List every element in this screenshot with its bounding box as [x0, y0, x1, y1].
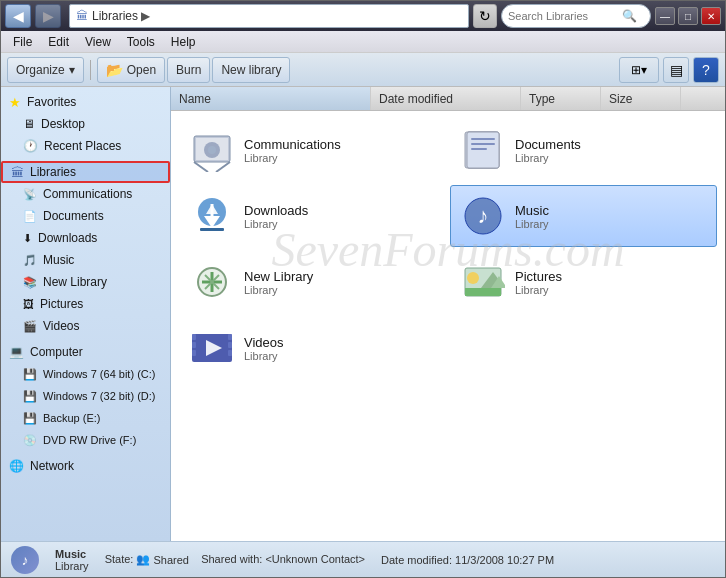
search-icon: 🔍: [622, 9, 637, 23]
col-date-modified[interactable]: Date modified: [371, 87, 521, 110]
downloads-icon: ⬇: [23, 232, 32, 245]
col-type[interactable]: Type: [521, 87, 601, 110]
menu-tools[interactable]: Tools: [119, 33, 163, 51]
dvd-label: DVD RW Drive (F:): [43, 434, 136, 446]
documents-file-icon: [459, 126, 507, 174]
details-pane-button[interactable]: ▤: [663, 57, 689, 83]
col-name[interactable]: Name: [171, 87, 371, 110]
svg-rect-14: [471, 143, 495, 145]
sidebar-item-music[interactable]: 🎵 Music: [1, 249, 170, 271]
sidebar-item-pictures[interactable]: 🖼 Pictures: [1, 293, 170, 315]
main-area: ★ Favorites 🖥 Desktop 🕐 Recent Places 🏛 …: [1, 87, 725, 541]
svg-text:♪: ♪: [478, 203, 489, 228]
back-button[interactable]: ◀: [5, 4, 31, 28]
music-file-name: Music: [515, 203, 549, 218]
sidebar-section-computer: 💻 Computer 💾 Windows 7 (64 bit) (C:) 💾 W…: [1, 341, 170, 451]
status-item-name: Music: [55, 548, 86, 560]
menu-file[interactable]: File: [5, 33, 40, 51]
view-options-button[interactable]: ⊞▾: [619, 57, 659, 83]
list-item[interactable]: Downloads Library: [179, 185, 446, 247]
toolbar-separator-1: [90, 60, 91, 80]
col-size[interactable]: Size: [601, 87, 681, 110]
favorites-label: Favorites: [27, 95, 76, 109]
libraries-icon: 🏛: [11, 165, 24, 180]
list-item[interactable]: ♪ Music Library: [450, 185, 717, 247]
videos-file-type: Library: [244, 350, 284, 362]
sidebar-item-network[interactable]: 🌐 Network: [1, 455, 170, 477]
status-music-icon: ♪: [22, 552, 29, 568]
videos-label: Videos: [43, 319, 79, 333]
menu-view[interactable]: View: [77, 33, 119, 51]
sidebar-item-new-library[interactable]: 📚 New Library: [1, 271, 170, 293]
sidebar-item-videos[interactable]: 🎬 Videos: [1, 315, 170, 337]
pictures-file-icon: [459, 258, 507, 306]
forward-button[interactable]: ▶: [35, 4, 61, 28]
close-button[interactable]: ✕: [701, 7, 721, 25]
status-bar: ♪ Music Library State: 👥 Shared Shared w…: [1, 541, 725, 577]
sidebar-item-communications[interactable]: 📡 Communications: [1, 183, 170, 205]
address-path[interactable]: 🏛 Libraries ▶: [69, 4, 469, 28]
svg-rect-41: [228, 350, 232, 356]
open-button[interactable]: 📂 Open: [97, 57, 165, 83]
recent-places-label: Recent Places: [44, 139, 121, 153]
list-item[interactable]: Pictures Library: [450, 251, 717, 313]
sidebar-item-favorites[interactable]: ★ Favorites: [1, 91, 170, 113]
sidebar-item-dvd[interactable]: 💿 DVD RW Drive (F:): [1, 429, 170, 451]
sidebar-item-desktop[interactable]: 🖥 Desktop: [1, 113, 170, 135]
sidebar-item-win7-32[interactable]: 💾 Windows 7 (32 bit) (D:): [1, 385, 170, 407]
music-icon: 🎵: [23, 254, 37, 267]
burn-label: Burn: [176, 63, 201, 77]
svg-point-3: [208, 146, 216, 154]
burn-button[interactable]: Burn: [167, 57, 210, 83]
computer-label: Computer: [30, 345, 83, 359]
svg-rect-20: [200, 228, 224, 231]
address-arrow: ▶: [141, 9, 150, 23]
help-button[interactable]: ?: [693, 57, 719, 83]
organize-button[interactable]: Organize ▾: [7, 57, 84, 83]
svg-line-5: [216, 162, 230, 172]
list-item[interactable]: New Library Library: [179, 251, 446, 313]
svg-rect-38: [192, 350, 196, 356]
sidebar-section-network: 🌐 Network: [1, 455, 170, 477]
documents-label: Documents: [43, 209, 104, 223]
sidebar-item-documents[interactable]: 📄 Documents: [1, 205, 170, 227]
svg-rect-40: [228, 342, 232, 348]
menu-help[interactable]: Help: [163, 33, 204, 51]
refresh-button[interactable]: ↻: [473, 4, 497, 28]
svg-rect-30: [465, 288, 501, 296]
new-library-button[interactable]: New library: [212, 57, 290, 83]
communications-file-icon: [188, 126, 236, 174]
list-item[interactable]: Videos Library: [179, 317, 446, 379]
minimize-button[interactable]: —: [655, 7, 675, 25]
sidebar-item-win7-64[interactable]: 💾 Windows 7 (64 bit) (C:): [1, 363, 170, 385]
svg-rect-39: [228, 334, 232, 340]
menu-bar: File Edit View Tools Help: [1, 31, 725, 53]
maximize-button[interactable]: □: [678, 7, 698, 25]
dvd-icon: 💿: [23, 434, 37, 447]
address-libraries-label: Libraries: [92, 9, 138, 23]
open-label: Open: [127, 63, 156, 77]
pictures-label: Pictures: [40, 297, 83, 311]
view-grid-icon: ⊞▾: [631, 63, 647, 77]
downloads-file-info: Downloads Library: [244, 203, 308, 230]
sidebar-item-backup[interactable]: 💾 Backup (E:): [1, 407, 170, 429]
sidebar-item-downloads[interactable]: ⬇ Downloads: [1, 227, 170, 249]
menu-edit[interactable]: Edit: [40, 33, 77, 51]
sidebar-item-computer[interactable]: 💻 Computer: [1, 341, 170, 363]
documents-file-info: Documents Library: [515, 137, 581, 164]
list-item[interactable]: Documents Library: [450, 119, 717, 181]
file-grid: SevenForums.com Comm: [171, 111, 725, 387]
videos-icon: 🎬: [23, 320, 37, 333]
win7-32-label: Windows 7 (32 bit) (D:): [43, 390, 155, 402]
communications-file-info: Communications Library: [244, 137, 341, 164]
win7-64-label: Windows 7 (64 bit) (C:): [43, 368, 155, 380]
search-input[interactable]: [508, 10, 618, 22]
sidebar-item-libraries[interactable]: 🏛 Libraries: [1, 161, 170, 183]
status-icon: ♪: [11, 546, 39, 574]
list-item[interactable]: Communications Library: [179, 119, 446, 181]
column-headers: Name Date modified Type Size: [171, 87, 725, 111]
sidebar-item-recent-places[interactable]: 🕐 Recent Places: [1, 135, 170, 157]
svg-rect-37: [192, 342, 196, 348]
sidebar: ★ Favorites 🖥 Desktop 🕐 Recent Places 🏛 …: [1, 87, 171, 541]
downloads-label: Downloads: [38, 231, 97, 245]
